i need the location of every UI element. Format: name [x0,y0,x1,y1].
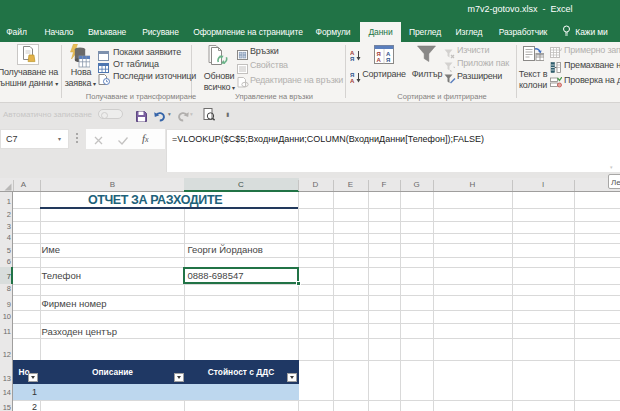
svg-text:Я: Я [350,56,354,61]
svg-text:А: А [377,57,382,63]
svg-text:А: А [386,51,391,57]
svg-text:Я: Я [350,72,354,78]
svg-text:Я: Я [377,51,381,57]
svg-text:Я: Я [386,57,390,63]
svg-text:А: А [350,50,355,56]
svg-text:А: А [350,78,355,83]
